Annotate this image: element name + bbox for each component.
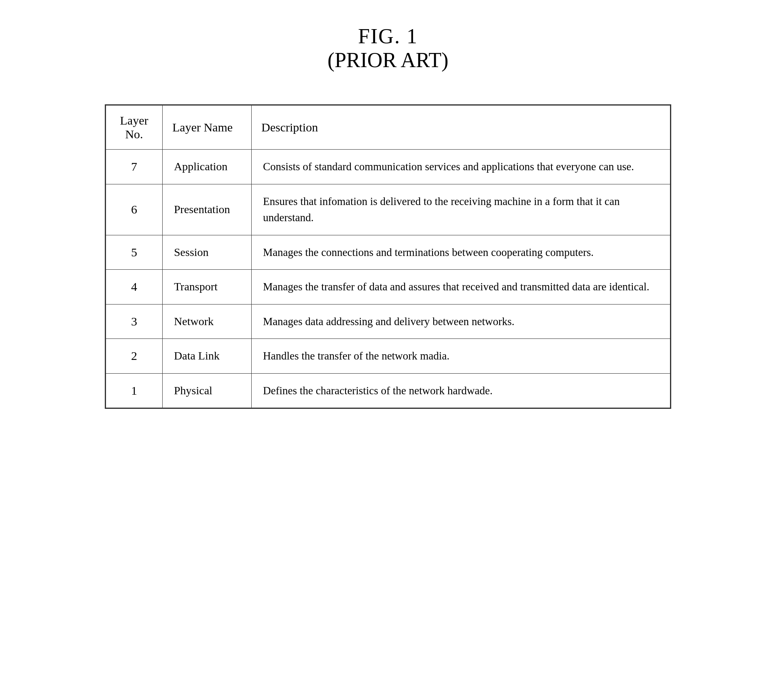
cell-layer-no: 7 <box>106 150 163 184</box>
cell-layer-no: 1 <box>106 373 163 408</box>
cell-description: Defines the characteristics of the netwo… <box>252 373 670 408</box>
page-title: FIG. 1 (PRIOR ART) <box>328 24 449 72</box>
cell-layer-name: Session <box>163 235 252 270</box>
table-row: 6PresentationEnsures that infomation is … <box>106 184 670 235</box>
table-row: 1PhysicalDefines the characteristics of … <box>106 373 670 408</box>
cell-description: Handles the transfer of the network madi… <box>252 339 670 374</box>
cell-layer-name: Data Link <box>163 339 252 374</box>
table-row: 2Data LinkHandles the transfer of the ne… <box>106 339 670 374</box>
table-header-row: Layer No. Layer Name Description <box>106 106 670 150</box>
table-row: 4TransportManages the transfer of data a… <box>106 270 670 305</box>
cell-layer-no: 4 <box>106 270 163 305</box>
cell-layer-no: 3 <box>106 304 163 339</box>
cell-layer-name: Application <box>163 150 252 184</box>
osi-model-table: Layer No. Layer Name Description 7Applic… <box>106 105 670 408</box>
cell-layer-no: 6 <box>106 184 163 235</box>
cell-layer-name: Transport <box>163 270 252 305</box>
cell-layer-name: Network <box>163 304 252 339</box>
cell-description: Consists of standard communication servi… <box>252 150 670 184</box>
title-line1: FIG. 1 <box>328 24 449 48</box>
cell-description: Ensures that infomation is delivered to … <box>252 184 670 235</box>
header-layer-name: Layer Name <box>163 106 252 150</box>
table-row: 3NetworkManages data addressing and deli… <box>106 304 670 339</box>
title-line2: (PRIOR ART) <box>328 48 449 72</box>
cell-layer-name: Presentation <box>163 184 252 235</box>
header-description: Description <box>252 106 670 150</box>
osi-model-table-container: Layer No. Layer Name Description 7Applic… <box>105 104 671 409</box>
cell-description: Manages the transfer of data and assures… <box>252 270 670 305</box>
cell-layer-no: 5 <box>106 235 163 270</box>
cell-description: Manages the connections and terminations… <box>252 235 670 270</box>
table-row: 5SessionManages the connections and term… <box>106 235 670 270</box>
table-row: 7ApplicationConsists of standard communi… <box>106 150 670 184</box>
cell-description: Manages data addressing and delivery bet… <box>252 304 670 339</box>
cell-layer-name: Physical <box>163 373 252 408</box>
header-layer-no: Layer No. <box>106 106 163 150</box>
cell-layer-no: 2 <box>106 339 163 374</box>
